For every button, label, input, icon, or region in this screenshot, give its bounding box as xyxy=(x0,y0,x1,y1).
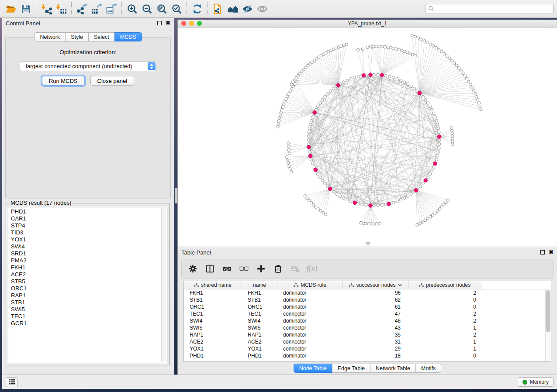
leaf-node[interactable] xyxy=(451,143,454,145)
leaf-node[interactable] xyxy=(445,201,447,203)
leaf-node[interactable] xyxy=(319,210,322,212)
close-panel-button[interactable]: Close panel xyxy=(90,76,135,86)
ring-node[interactable] xyxy=(388,75,391,78)
show-console-button[interactable] xyxy=(6,377,18,387)
leaf-node[interactable] xyxy=(411,34,413,37)
table-scrollbar-thumb[interactable] xyxy=(546,290,550,332)
leaf-node[interactable] xyxy=(450,59,453,62)
ring-node[interactable] xyxy=(342,197,345,199)
leaf-node[interactable] xyxy=(457,67,460,69)
show-column-panel-icon[interactable] xyxy=(203,262,216,275)
zoom-in-icon[interactable] xyxy=(125,2,139,15)
leaf-node[interactable] xyxy=(286,95,289,98)
dominator-node[interactable] xyxy=(380,73,384,77)
ring-node[interactable] xyxy=(311,162,314,165)
open-session-icon[interactable] xyxy=(3,2,18,15)
leaf-node[interactable] xyxy=(467,80,470,83)
ring-node[interactable] xyxy=(432,112,435,114)
ring-node[interactable] xyxy=(342,81,345,83)
result-node[interactable]: ORC1 xyxy=(11,285,161,292)
dominator-node[interactable] xyxy=(353,201,357,205)
dominator-node[interactable] xyxy=(369,73,373,77)
leaf-node[interactable] xyxy=(280,111,282,114)
leaf-node[interactable] xyxy=(375,45,377,48)
table-row[interactable]: ACE2ACE2connector311 xyxy=(184,338,545,345)
leaf-node[interactable] xyxy=(290,171,292,173)
leaf-node[interactable] xyxy=(417,37,419,39)
ring-node[interactable] xyxy=(308,127,311,130)
leaf-node[interactable] xyxy=(277,125,279,128)
export-network-icon[interactable] xyxy=(74,2,89,15)
leaf-node[interactable] xyxy=(408,52,411,55)
leaf-node[interactable] xyxy=(370,223,373,225)
leaf-node[interactable] xyxy=(411,53,414,56)
table-settings-icon[interactable] xyxy=(186,262,199,275)
ring-node[interactable] xyxy=(392,201,394,204)
dominator-node[interactable] xyxy=(418,91,422,95)
leaf-node[interactable] xyxy=(281,106,284,108)
tab-motifs[interactable]: Motifs xyxy=(415,364,441,373)
ring-node[interactable] xyxy=(309,123,311,126)
leaf-node[interactable] xyxy=(340,45,343,48)
ring-node[interactable] xyxy=(435,119,438,122)
ring-node[interactable] xyxy=(326,93,329,95)
leaf-node[interactable] xyxy=(317,208,319,210)
ring-node[interactable] xyxy=(403,197,406,199)
ring-node[interactable] xyxy=(365,204,367,206)
ring-node[interactable] xyxy=(435,158,438,161)
dominator-node[interactable] xyxy=(314,168,318,172)
table-row[interactable]: RAP1RAP1dominator352 xyxy=(184,331,545,338)
leaf-node[interactable] xyxy=(432,45,435,47)
leaf-node[interactable] xyxy=(395,48,398,50)
ring-node[interactable] xyxy=(422,182,424,185)
close-panel-icon[interactable]: ✖ xyxy=(166,21,170,25)
dominator-node[interactable] xyxy=(387,202,391,206)
float-panel-icon[interactable] xyxy=(540,250,545,254)
leaf-node[interactable] xyxy=(287,142,290,144)
leaf-node[interactable] xyxy=(373,223,376,225)
leaf-node[interactable] xyxy=(455,64,458,67)
ring-node[interactable] xyxy=(437,127,439,130)
leaf-node[interactable] xyxy=(376,223,378,225)
dominator-node[interactable] xyxy=(369,204,373,208)
ring-node[interactable] xyxy=(377,73,379,76)
leaf-node[interactable] xyxy=(420,38,423,41)
leaf-node[interactable] xyxy=(435,46,437,49)
leaf-node[interactable] xyxy=(372,45,375,48)
result-node[interactable]: PMA2 xyxy=(11,257,161,264)
leaf-node[interactable] xyxy=(398,48,400,51)
table-row[interactable]: SWI5SWI5connector431 xyxy=(184,324,545,331)
leaf-node[interactable] xyxy=(324,213,327,216)
ring-node[interactable] xyxy=(437,151,439,153)
leaf-node[interactable] xyxy=(389,46,392,49)
criterion-select[interactable]: largest connected component (undirected) xyxy=(20,61,156,71)
leaf-node[interactable] xyxy=(308,199,310,202)
ring-node[interactable] xyxy=(324,95,326,98)
leaf-node[interactable] xyxy=(392,47,395,50)
result-node[interactable]: GCR1 xyxy=(11,320,161,327)
leaf-node[interactable] xyxy=(362,222,365,224)
ring-node[interactable] xyxy=(339,195,341,197)
ring-node[interactable] xyxy=(373,204,375,207)
ring-node[interactable] xyxy=(406,83,409,85)
ring-node[interactable] xyxy=(438,147,440,149)
leaf-node[interactable] xyxy=(480,108,482,111)
leaf-node[interactable] xyxy=(310,201,312,204)
table-scrollbar[interactable] xyxy=(545,289,551,361)
ring-node[interactable] xyxy=(310,158,313,161)
leaf-node[interactable] xyxy=(403,50,406,53)
leaf-node[interactable] xyxy=(453,62,456,64)
leaf-node[interactable] xyxy=(451,134,454,137)
leaf-node[interactable] xyxy=(460,69,462,72)
table-row[interactable]: STB1STB1dominator620 xyxy=(184,296,545,303)
result-node[interactable]: ACE2 xyxy=(11,271,161,278)
search-input[interactable] xyxy=(434,6,550,12)
maximize-window-icon[interactable] xyxy=(197,21,202,26)
leaf-node[interactable] xyxy=(451,132,453,134)
tab-edge-table[interactable]: Edge Table xyxy=(332,364,370,373)
leaf-node[interactable] xyxy=(477,99,479,101)
leaf-node[interactable] xyxy=(443,203,445,206)
leaf-node[interactable] xyxy=(304,195,306,197)
table-row[interactable]: PHD1PHD1dominator180 xyxy=(184,352,545,359)
leaf-node[interactable] xyxy=(288,165,291,167)
